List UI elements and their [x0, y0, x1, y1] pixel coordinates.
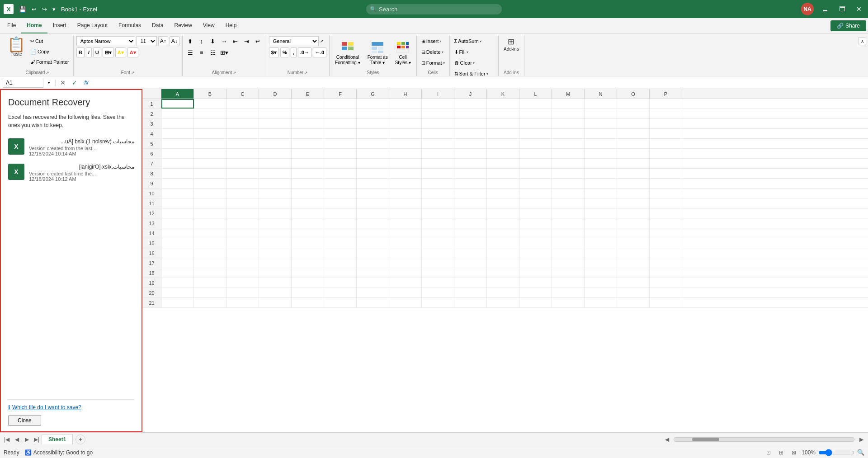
cell-B14[interactable]: [194, 228, 226, 238]
cell-D6[interactable]: [259, 149, 292, 158]
cell-M6[interactable]: [552, 149, 585, 158]
col-header-p[interactable]: P: [650, 89, 682, 99]
cell-K7[interactable]: [487, 159, 519, 168]
cell-B3[interactable]: [194, 119, 226, 128]
cell-K18[interactable]: [487, 268, 519, 278]
percent-btn[interactable]: %: [280, 47, 289, 57]
tab-help[interactable]: Help: [220, 18, 242, 33]
cell-E5[interactable]: [292, 139, 324, 148]
cell-A13[interactable]: [161, 218, 194, 228]
sheet-nav-left-start-btn[interactable]: |◀: [2, 434, 12, 444]
cell-O18[interactable]: [617, 268, 650, 278]
cell-N14[interactable]: [585, 228, 617, 238]
cell-K14[interactable]: [487, 228, 519, 238]
cell-C9[interactable]: [226, 179, 259, 188]
cell-K6[interactable]: [487, 149, 519, 158]
cell-D14[interactable]: [259, 228, 292, 238]
cell-O1[interactable]: [617, 99, 650, 109]
cell-N8[interactable]: [585, 169, 617, 178]
cell-H18[interactable]: [389, 268, 422, 278]
name-box[interactable]: [3, 78, 43, 88]
cell-H6[interactable]: [389, 149, 422, 158]
name-box-dropdown-btn[interactable]: ▾: [45, 78, 52, 88]
cell-A18[interactable]: [161, 268, 194, 278]
cell-A15[interactable]: [161, 238, 194, 248]
cell-E18[interactable]: [292, 268, 324, 278]
cell-P21[interactable]: [650, 298, 682, 307]
cell-B9[interactable]: [194, 179, 226, 188]
cell-E15[interactable]: [292, 238, 324, 248]
cell-B6[interactable]: [194, 149, 226, 158]
align-left-btn[interactable]: ☰: [185, 47, 195, 57]
cell-F10[interactable]: [324, 189, 357, 198]
cancel-formula-btn[interactable]: ✕: [58, 78, 68, 88]
cell-C21[interactable]: [226, 298, 259, 307]
cell-L9[interactable]: [519, 179, 552, 188]
cell-H19[interactable]: [389, 278, 422, 288]
cell-H13[interactable]: [389, 218, 422, 228]
cell-O14[interactable]: [617, 228, 650, 238]
cell-D10[interactable]: [259, 189, 292, 198]
zoom-slider[interactable]: [818, 449, 854, 456]
cell-D19[interactable]: [259, 278, 292, 288]
cell-P15[interactable]: [650, 238, 682, 248]
cell-A6[interactable]: [161, 149, 194, 158]
cell-I18[interactable]: [422, 268, 454, 278]
scroll-left-btn[interactable]: ◀: [662, 434, 672, 444]
cell-L14[interactable]: [519, 228, 552, 238]
cell-B7[interactable]: [194, 159, 226, 168]
col-header-h[interactable]: H: [389, 89, 422, 99]
cell-M9[interactable]: [552, 179, 585, 188]
cell-K10[interactable]: [487, 189, 519, 198]
cell-A21[interactable]: [161, 298, 194, 307]
cell-K17[interactable]: [487, 258, 519, 268]
cell-E21[interactable]: [292, 298, 324, 307]
cell-G5[interactable]: [357, 139, 389, 148]
bold-button[interactable]: B: [76, 47, 85, 57]
sheet-nav-left-btn[interactable]: ◀: [12, 434, 22, 444]
cell-B8[interactable]: [194, 169, 226, 178]
cell-L5[interactable]: [519, 139, 552, 148]
autosum-button[interactable]: Σ AutoSum ▾: [453, 36, 495, 46]
cell-J7[interactable]: [454, 159, 487, 168]
cell-G14[interactable]: [357, 228, 389, 238]
cell-F5[interactable]: [324, 139, 357, 148]
cell-A5[interactable]: [161, 139, 194, 148]
number-group-expand-icon[interactable]: ↗: [304, 71, 308, 75]
cell-J18[interactable]: [454, 268, 487, 278]
cell-L21[interactable]: [519, 298, 552, 307]
cell-O5[interactable]: [617, 139, 650, 148]
cell-L18[interactable]: [519, 268, 552, 278]
cell-H1[interactable]: [389, 99, 422, 109]
cell-B17[interactable]: [194, 258, 226, 268]
cell-K11[interactable]: [487, 198, 519, 208]
cell-A19[interactable]: [161, 278, 194, 288]
cell-O20[interactable]: [617, 288, 650, 297]
underline-button[interactable]: U: [93, 47, 101, 57]
share-button[interactable]: 🔗 Share: [830, 20, 866, 31]
bottom-align-btn[interactable]: ⬇: [208, 36, 218, 46]
cell-L12[interactable]: [519, 208, 552, 218]
cell-B16[interactable]: [194, 248, 226, 258]
cell-H2[interactable]: [389, 109, 422, 118]
cell-O2[interactable]: [617, 109, 650, 118]
cell-E14[interactable]: [292, 228, 324, 238]
cell-C15[interactable]: [226, 238, 259, 248]
cell-D17[interactable]: [259, 258, 292, 268]
page-break-view-btn[interactable]: ⊠: [789, 448, 799, 458]
cell-F3[interactable]: [324, 119, 357, 128]
col-header-m[interactable]: M: [552, 89, 585, 99]
cell-F11[interactable]: [324, 198, 357, 208]
cell-I4[interactable]: [422, 129, 454, 138]
format-as-table-button[interactable]: Format asTable ▾: [365, 39, 391, 67]
cell-K12[interactable]: [487, 208, 519, 218]
cell-D5[interactable]: [259, 139, 292, 148]
cell-H15[interactable]: [389, 238, 422, 248]
cell-N4[interactable]: [585, 129, 617, 138]
formula-input[interactable]: [93, 78, 865, 88]
cell-D11[interactable]: [259, 198, 292, 208]
cell-B11[interactable]: [194, 198, 226, 208]
cell-J15[interactable]: [454, 238, 487, 248]
cell-B21[interactable]: [194, 298, 226, 307]
increase-decimal-btn[interactable]: ←.0: [313, 47, 326, 57]
